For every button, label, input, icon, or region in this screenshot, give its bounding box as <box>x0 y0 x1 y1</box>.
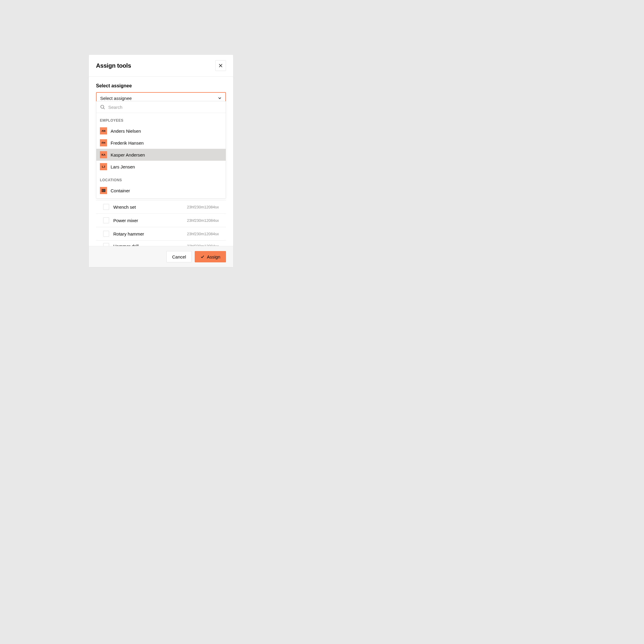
employee-name: Lars Jensen <box>111 164 135 169</box>
close-icon <box>219 64 223 68</box>
tool-name: Power mixer <box>113 218 187 223</box>
svg-line-3 <box>103 108 105 109</box>
tool-id: 23hf230m12084sx <box>187 232 219 236</box>
avatar: FH <box>100 139 107 146</box>
employee-option[interactable]: KA Kasper Andersen <box>96 149 226 161</box>
container-icon <box>100 187 107 194</box>
group-label-employees: EMPLOYEES <box>96 113 226 125</box>
close-button[interactable] <box>215 60 226 71</box>
assign-button[interactable]: Assign <box>195 251 226 262</box>
tool-checkbox[interactable] <box>103 243 109 246</box>
group-label-locations: LOCATIONS <box>96 173 226 185</box>
location-name: Container <box>111 188 130 193</box>
dropdown-search-row <box>96 101 226 113</box>
tool-row[interactable]: Wrench set 23hf230m12084sx <box>96 200 226 214</box>
select-assignee-value: Select assignee <box>100 96 132 101</box>
tool-row[interactable]: Rotary hammer 23hf230m12084sx <box>96 227 226 241</box>
tool-row[interactable]: Power mixer 23hf230m12084sx <box>96 214 226 227</box>
select-assignee-label: Select assignee <box>96 83 226 89</box>
check-icon <box>200 255 205 259</box>
employee-name: Anders Nielsen <box>111 129 141 134</box>
modal-title: Assign tools <box>96 62 131 69</box>
employee-name: Frederik Hansen <box>111 140 144 145</box>
tools-list: Wrench set 23hf230m12084sx Power mixer 2… <box>96 200 226 246</box>
employee-option[interactable]: LJ Lars Jensen <box>96 161 226 173</box>
svg-point-2 <box>101 105 104 108</box>
tool-id: 23hf230m12084sx <box>187 244 219 246</box>
tool-checkbox[interactable] <box>103 204 109 210</box>
cancel-button[interactable]: Cancel <box>166 251 192 262</box>
tool-row[interactable]: Hammer drill 23hf230m12084sx <box>96 241 226 246</box>
modal-footer: Cancel Assign <box>89 246 233 267</box>
search-icon <box>100 104 105 110</box>
tool-name: Rotary hammer <box>113 231 187 236</box>
chevron-down-icon <box>218 96 222 100</box>
employee-option[interactable]: AN Anders Nielsen <box>96 125 226 137</box>
tool-checkbox[interactable] <box>103 217 109 223</box>
tool-name: Hammer drill <box>113 244 187 246</box>
tool-checkbox[interactable] <box>103 231 109 237</box>
assign-button-label: Assign <box>207 254 220 259</box>
tool-name: Wrench set <box>113 205 187 210</box>
modal-body: Select assignee Select assignee EMPLOYEE… <box>89 77 233 246</box>
modal-header: Assign tools <box>89 55 233 77</box>
avatar: LJ <box>100 163 107 170</box>
tool-id: 23hf230m12084sx <box>187 218 219 223</box>
avatar: AN <box>100 127 107 134</box>
location-option[interactable]: Container <box>96 185 226 196</box>
tool-id: 23hf230m12084sx <box>187 205 219 209</box>
employee-name: Kasper Andersen <box>111 152 145 157</box>
dropdown-search-input[interactable] <box>108 105 222 110</box>
cancel-button-label: Cancel <box>172 254 186 259</box>
assignee-dropdown: EMPLOYEES AN Anders Nielsen FH Frederik … <box>96 101 226 199</box>
assign-tools-modal: Assign tools Select assignee Select assi… <box>89 55 233 267</box>
avatar: KA <box>100 151 107 158</box>
employee-option[interactable]: FH Frederik Hansen <box>96 137 226 149</box>
